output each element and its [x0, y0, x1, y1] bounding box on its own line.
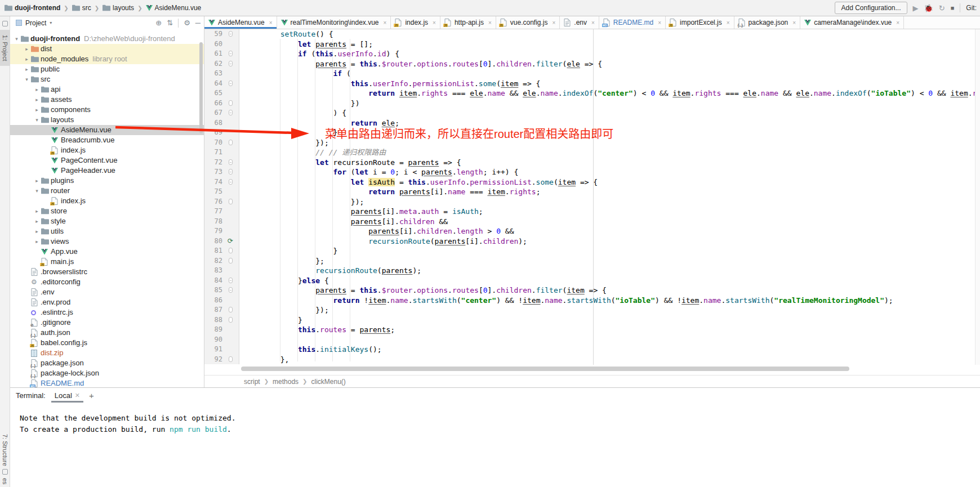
terminal-tab-local[interactable]: Local ✕ — [54, 388, 81, 403]
editor-breadcrumb-item[interactable]: methods — [273, 378, 299, 386]
tree-row-.env[interactable]: .env — [10, 287, 204, 297]
tree-row-auth.json[interactable]: {..}auth.json — [10, 328, 204, 338]
stop-icon[interactable]: ■ — [951, 5, 955, 12]
gear-icon[interactable]: ⚙ — [184, 19, 190, 27]
terminal-output[interactable]: Note that the development build is not o… — [10, 403, 980, 435]
tree-row-views[interactable]: ▸views — [10, 236, 204, 247]
fold-marker-icon[interactable] — [229, 159, 233, 165]
tree-chevron-icon[interactable]: ▸ — [33, 236, 41, 247]
tree-row-plugins[interactable]: ▸plugins — [10, 176, 204, 186]
tree-row-layouts[interactable]: ▾layouts — [10, 115, 204, 125]
tree-row-router[interactable]: ▾router — [10, 186, 204, 196]
breadcrumb-item[interactable]: src — [72, 4, 91, 12]
tree-row-style[interactable]: ▸style — [10, 216, 204, 226]
locate-file-icon[interactable]: ⊕ — [155, 19, 162, 27]
tree-row-.browserslistrc[interactable]: .browserslistrc — [10, 267, 204, 277]
tree-row-duoji-frontend[interactable]: ▾duoji-frontendD:\zheheWeb\duoji-fronten… — [10, 34, 204, 44]
file-tab-realtimemonitoring-index.vue[interactable]: realTimeMonitoring\index.vue× — [277, 16, 391, 29]
chevron-down-icon[interactable]: ▾ — [50, 20, 52, 25]
fold-marker-icon[interactable] — [229, 110, 233, 115]
tree-row-store[interactable]: ▸store — [10, 206, 204, 216]
tree-chevron-icon[interactable]: ▾ — [33, 186, 41, 196]
tree-row-.gitignore[interactable]: ⊘.gitignore — [10, 318, 204, 328]
tool-button-icon[interactable] — [2, 469, 8, 475]
tree-chevron-icon[interactable]: ▸ — [33, 95, 41, 105]
fold-end-icon[interactable] — [229, 140, 233, 145]
file-tab-readme.md[interactable]: MDREADME.md× — [599, 16, 666, 29]
tree-row-assets[interactable]: ▸assets — [10, 95, 204, 105]
tree-chevron-icon[interactable]: ▸ — [33, 226, 41, 236]
tree-row-index.js[interactable]: JSindex.js — [10, 196, 204, 206]
vertical-scrollbar[interactable] — [975, 29, 980, 365]
tree-row-index.js[interactable]: JSindex.js — [10, 145, 204, 155]
run-icon[interactable]: ▶ — [913, 5, 919, 12]
project-scrollbar[interactable] — [199, 42, 203, 133]
fold-end-icon[interactable] — [229, 356, 233, 362]
close-icon[interactable]: ✕ — [75, 392, 80, 399]
tree-chevron-icon[interactable]: ▸ — [33, 176, 41, 186]
fold-end-icon[interactable] — [229, 258, 233, 263]
tree-row-app.vue[interactable]: App.vue — [10, 247, 204, 257]
tree-row-nodemodules[interactable]: ▸node_moduleslibrary root — [10, 54, 204, 64]
tool-button-fragment[interactable]: es — [2, 478, 8, 485]
file-tab-.env[interactable]: .env× — [560, 16, 599, 29]
code-editor[interactable]: 59 setRoute() {60 let parents = [];61 if… — [204, 29, 980, 365]
fold-marker-icon[interactable] — [229, 81, 233, 86]
editor-breadcrumb-item[interactable]: script — [244, 378, 260, 386]
file-tab-cameramanage-index.vue[interactable]: cameraManage\index.vue× — [800, 16, 904, 29]
fold-marker-icon[interactable] — [229, 169, 233, 175]
breadcrumb-item[interactable]: duoji-frontend — [5, 4, 60, 12]
editor-breadcrumb-item[interactable]: clickMenu() — [311, 378, 345, 386]
tree-row-.eslintrc.js[interactable]: .eslintrc.js — [10, 307, 204, 318]
file-tab-vue.config.js[interactable]: JSvue.config.js× — [496, 16, 560, 29]
close-icon[interactable]: × — [658, 20, 661, 26]
tree-chevron-icon[interactable]: ▾ — [33, 115, 41, 125]
fold-marker-icon[interactable] — [229, 287, 233, 293]
tool-button-project[interactable]: 1: Project — [0, 30, 10, 66]
close-icon[interactable]: × — [269, 20, 273, 26]
hide-panel-icon[interactable]: ─ — [195, 19, 201, 27]
rerun-icon[interactable]: ↻ — [939, 5, 945, 12]
horizontal-scrollbar[interactable] — [241, 367, 849, 371]
file-tab-importexcel.js[interactable]: JSimportExcel.js× — [666, 16, 734, 29]
tree-chevron-icon[interactable]: ▸ — [23, 64, 31, 74]
tree-chevron-icon[interactable]: ▾ — [12, 34, 21, 44]
file-tab-package.json[interactable]: {..}package.json× — [734, 16, 801, 29]
tree-row-package-lock.json[interactable]: {..}package-lock.json — [10, 368, 204, 378]
fold-end-icon[interactable] — [229, 248, 233, 253]
recursive-call-icon[interactable]: ⟳ — [228, 236, 233, 247]
breadcrumb-item[interactable]: AsideMenu.vue — [146, 4, 202, 12]
file-tab-http-api.js[interactable]: JShttp-api.js× — [440, 16, 496, 29]
close-icon[interactable]: × — [552, 20, 555, 26]
tree-row-src[interactable]: ▾src — [10, 74, 204, 84]
tree-chevron-icon[interactable]: ▾ — [23, 74, 31, 84]
tree-row-.env.prod[interactable]: .env.prod — [10, 297, 204, 307]
new-terminal-icon[interactable]: + — [89, 391, 94, 400]
close-icon[interactable]: × — [727, 20, 730, 26]
fold-marker-icon[interactable] — [229, 179, 233, 185]
git-label[interactable]: Git: — [966, 4, 977, 12]
fold-marker-icon[interactable] — [229, 31, 233, 37]
tree-row-asidemenu.vue[interactable]: AsideMenu.vue — [10, 125, 204, 135]
tree-row-babel.config.js[interactable]: JSbabel.config.js — [10, 338, 204, 348]
tree-row-api[interactable]: ▸api — [10, 84, 204, 95]
tree-chevron-icon[interactable]: ▸ — [33, 216, 41, 226]
close-icon[interactable]: × — [488, 20, 492, 26]
tree-row-breadcrumb.vue[interactable]: Breadcrumb.vue — [10, 135, 204, 145]
tree-row-dist.zip[interactable]: dist.zip — [10, 348, 204, 358]
breadcrumb-item[interactable]: layouts — [103, 4, 134, 12]
tree-chevron-icon[interactable]: ▸ — [23, 54, 31, 64]
tree-row-.editorconfig[interactable]: ⚙.editorconfig — [10, 277, 204, 287]
tree-row-package.json[interactable]: {..}package.json — [10, 358, 204, 368]
fold-end-icon[interactable] — [229, 307, 233, 312]
close-icon[interactable]: × — [591, 20, 595, 26]
tree-chevron-icon[interactable]: ▸ — [33, 206, 41, 216]
close-icon[interactable]: × — [896, 20, 899, 26]
tree-row-components[interactable]: ▸components — [10, 105, 204, 115]
file-tab-asidemenu.vue[interactable]: AsideMenu.vue× — [204, 16, 277, 29]
debug-icon[interactable]: 🐞 — [924, 5, 933, 12]
tree-chevron-icon[interactable]: ▸ — [33, 105, 41, 115]
project-panel-title[interactable]: Project — [25, 19, 46, 27]
add-configuration-button[interactable]: Add Configuration... — [835, 2, 907, 14]
fold-marker-icon[interactable] — [229, 51, 233, 56]
